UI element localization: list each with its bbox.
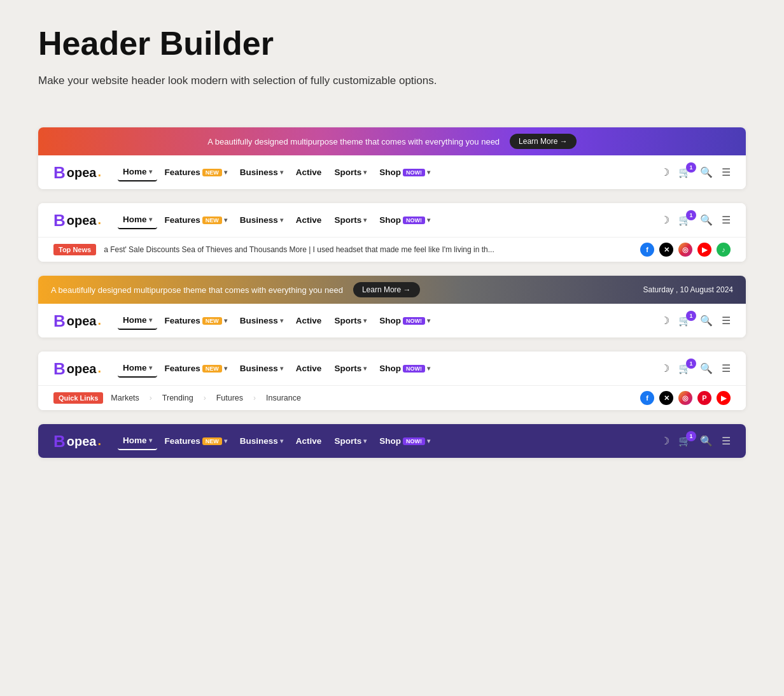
nav-business-1[interactable]: Business ▾ <box>235 164 288 181</box>
top-banner-3: A beautifully designed multipurpose them… <box>38 276 746 304</box>
menu-icon-1[interactable]: ☰ <box>722 166 731 178</box>
header-card-1: A beautifully designed multipurpose them… <box>38 127 746 189</box>
cart-wrap-5[interactable]: 🛒 1 <box>678 435 691 447</box>
badge-new-4: New <box>202 365 222 373</box>
nav-business-2[interactable]: Business ▾ <box>235 211 288 229</box>
news-text-2: a Fest' Sale Discounts Sea of Thieves an… <box>104 245 633 254</box>
facebook-icon-4[interactable]: f <box>640 391 654 405</box>
nav-items-5: Home ▾ Features New ▾ Business ▾ Active … <box>118 432 657 450</box>
nav-features-4[interactable]: Features New ▾ <box>160 360 232 377</box>
nav-home-3[interactable]: Home ▾ <box>118 311 157 330</box>
dark-mode-icon-2[interactable]: ☽ <box>661 214 669 226</box>
logo-text-5: opea <box>67 435 97 448</box>
dark-mode-icon-5[interactable]: ☽ <box>661 435 669 447</box>
nav-home-1[interactable]: Home ▾ <box>118 163 157 181</box>
dark-mode-icon-4[interactable]: ☽ <box>661 362 669 374</box>
nav-features-1[interactable]: Features New ▾ <box>160 164 232 181</box>
cart-badge-5: 1 <box>686 431 696 441</box>
chevron-features-1: ▾ <box>224 169 227 176</box>
nav-shop-3[interactable]: Shop Now! ▾ <box>374 312 435 329</box>
chevron-shop-5: ▾ <box>427 437 430 444</box>
cart-wrap-2[interactable]: 🛒 1 <box>678 214 691 226</box>
logo-text-2: opea <box>67 214 97 227</box>
nav-shop-1[interactable]: Shop Now! ▾ <box>374 164 435 181</box>
nav-home-5[interactable]: Home ▾ <box>118 432 157 450</box>
nav-active-3[interactable]: Active <box>291 312 327 329</box>
nav-business-3[interactable]: Business ▾ <box>235 312 288 329</box>
instagram-icon-2[interactable]: ◎ <box>678 243 692 257</box>
banner-date-3: Saturday , 10 August 2024 <box>643 285 733 294</box>
dark-mode-icon-3[interactable]: ☽ <box>661 315 669 327</box>
search-icon-3[interactable]: 🔍 <box>700 315 713 327</box>
banner-learn-more-1[interactable]: Learn More → <box>510 134 577 149</box>
nav-features-2[interactable]: Features New ▾ <box>160 211 232 229</box>
nav-home-4[interactable]: Home ▾ <box>118 359 157 378</box>
nav-active-5[interactable]: Active <box>291 432 327 450</box>
quick-markets-4[interactable]: Markets <box>111 394 139 402</box>
search-icon-2[interactable]: 🔍 <box>700 214 713 226</box>
youtube-icon-2[interactable]: ▶ <box>697 243 711 257</box>
logo-5: B opea . <box>53 433 101 450</box>
badge-now-4: Now! <box>403 365 425 373</box>
nav-sports-5[interactable]: Sports ▾ <box>329 432 372 450</box>
nav-business-5[interactable]: Business ▾ <box>235 432 288 450</box>
cart-badge-3: 1 <box>686 311 696 321</box>
chevron-shop-4: ▾ <box>427 365 430 372</box>
logo-dot-2: . <box>97 213 101 227</box>
header-card-3: A beautifully designed multipurpose them… <box>38 276 746 337</box>
quick-trending-4[interactable]: Trending <box>162 394 193 402</box>
chevron-shop-3: ▾ <box>427 317 430 324</box>
nav-active-1[interactable]: Active <box>291 164 327 181</box>
menu-icon-2[interactable]: ☰ <box>722 214 731 226</box>
cart-wrap-4[interactable]: 🛒 1 <box>678 362 691 374</box>
spotify-icon-2[interactable]: ♪ <box>717 243 731 257</box>
pinterest-icon-4[interactable]: P <box>697 391 711 405</box>
nav-shop-5[interactable]: Shop Now! ▾ <box>374 432 435 450</box>
cart-wrap-3[interactable]: 🛒 1 <box>678 315 691 327</box>
nav-sports-2[interactable]: Sports ▾ <box>329 211 372 229</box>
nav-home-2[interactable]: Home ▾ <box>118 211 157 229</box>
nav-active-4[interactable]: Active <box>291 360 327 377</box>
dark-mode-icon-1[interactable]: ☽ <box>661 166 669 178</box>
nav-features-3[interactable]: Features New ▾ <box>160 312 232 329</box>
menu-icon-4[interactable]: ☰ <box>722 362 731 374</box>
nav-sports-3[interactable]: Sports ▾ <box>329 312 372 329</box>
quick-futures-4[interactable]: Futures <box>216 394 243 402</box>
nav-shop-2[interactable]: Shop Now! ▾ <box>374 211 435 229</box>
twitter-x-icon-4[interactable]: ✕ <box>659 391 673 405</box>
search-icon-4[interactable]: 🔍 <box>700 362 713 374</box>
logo-dot-5: . <box>97 434 101 448</box>
banner-text-1: A beautifully designed multipurpose them… <box>207 137 500 146</box>
cart-badge-1: 1 <box>686 162 696 173</box>
nav-features-5[interactable]: Features New ▾ <box>160 432 232 450</box>
nav-business-4[interactable]: Business ▾ <box>235 360 288 377</box>
quick-links-label-4: Quick Links <box>53 392 103 404</box>
page-title: Header Builder <box>38 25 746 62</box>
facebook-icon-2[interactable]: f <box>640 243 654 257</box>
page-subtitle: Make your website header look modern wit… <box>38 72 471 89</box>
chevron-sports-1: ▾ <box>363 169 367 176</box>
logo-b-3: B <box>53 313 66 329</box>
chevron-features-5: ▾ <box>224 437 227 444</box>
nav-sports-4[interactable]: Sports ▾ <box>329 360 372 377</box>
chevron-shop-1: ▾ <box>427 169 430 176</box>
nav-active-2[interactable]: Active <box>291 211 327 229</box>
chevron-home-1: ▾ <box>149 168 152 175</box>
chevron-features-2: ▾ <box>224 217 227 224</box>
cart-wrap-1[interactable]: 🛒 1 <box>678 166 691 178</box>
search-icon-1[interactable]: 🔍 <box>700 166 713 178</box>
menu-icon-5[interactable]: ☰ <box>722 435 731 447</box>
menu-icon-3[interactable]: ☰ <box>722 315 731 327</box>
twitter-x-icon-2[interactable]: ✕ <box>659 243 673 257</box>
header-card-4: B opea . Home ▾ Features New ▾ Business … <box>38 352 746 410</box>
chevron-sports-5: ▾ <box>363 437 367 444</box>
nav-sports-1[interactable]: Sports ▾ <box>329 164 372 181</box>
navbar-2: B opea . Home ▾ Features New ▾ Business … <box>38 203 746 237</box>
nav-actions-3: ☽ 🛒 1 🔍 ☰ <box>661 315 731 327</box>
nav-shop-4[interactable]: Shop Now! ▾ <box>374 360 435 377</box>
search-icon-5[interactable]: 🔍 <box>700 435 713 447</box>
banner-learn-more-3[interactable]: Learn More → <box>353 282 420 297</box>
instagram-icon-4[interactable]: ◎ <box>678 391 692 405</box>
youtube-icon-4[interactable]: ▶ <box>717 391 731 405</box>
quick-insurance-4[interactable]: Insurance <box>266 394 301 402</box>
